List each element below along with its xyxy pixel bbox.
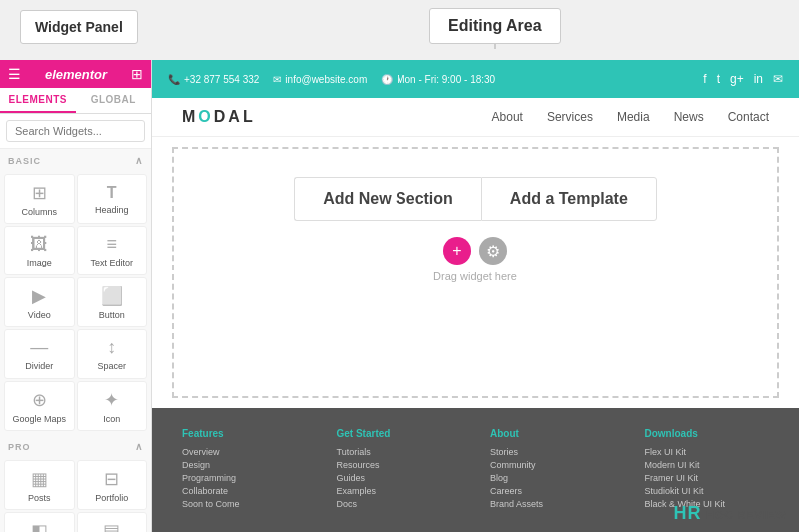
- nav-bar: 📞 +32 877 554 332 ✉ info@website.com 🕐 M…: [152, 60, 799, 98]
- drag-widget-text: Drag widget here: [433, 270, 517, 282]
- form-icon: ▤: [103, 520, 120, 533]
- nav-contact[interactable]: Contact: [728, 110, 769, 124]
- footer-link[interactable]: Design: [182, 460, 307, 470]
- search-input[interactable]: [6, 120, 145, 142]
- footer-link[interactable]: Resources: [337, 460, 461, 470]
- basic-collapse-icon[interactable]: ∧: [135, 155, 143, 166]
- footer-link[interactable]: Modern UI Kit: [645, 460, 770, 470]
- footer-col-about: About Stories Community Blog Careers Bra…: [490, 428, 615, 512]
- nav-about[interactable]: About: [492, 110, 523, 124]
- posts-icon: ▦: [31, 468, 48, 490]
- footer-link[interactable]: Programming: [182, 473, 307, 483]
- footer-about-title: About: [490, 428, 615, 439]
- settings-circle-icon[interactable]: ⚙: [479, 237, 507, 265]
- twitter-icon[interactable]: t: [717, 72, 720, 86]
- slides-icon: ◧: [31, 520, 48, 533]
- instagram-icon[interactable]: in: [754, 72, 763, 86]
- basic-widgets-grid: ⊞ Columns T Heading 🖼 Image ≡ Text Edito…: [0, 170, 151, 435]
- google-maps-icon: ⊕: [32, 389, 47, 411]
- nav-services[interactable]: Services: [547, 110, 593, 124]
- section-buttons: Add New Section Add a Template: [294, 177, 657, 221]
- heading-icon: T: [107, 184, 117, 202]
- heading-widget[interactable]: T Heading: [77, 174, 148, 224]
- footer-features-title: Features: [182, 428, 307, 439]
- clock-icon: 🕐: [381, 74, 393, 85]
- divider-widget[interactable]: — Divider: [4, 329, 75, 379]
- footer-link[interactable]: Flex UI Kit: [645, 447, 770, 457]
- footer-col-features: Features Overview Design Programming Col…: [182, 428, 307, 512]
- footer-link[interactable]: Guides: [337, 473, 461, 483]
- add-new-section-button[interactable]: Add New Section: [294, 177, 481, 221]
- hours-info: 🕐 Mon - Fri: 9:00 - 18:30: [381, 74, 495, 85]
- pro-widgets-grid: ▦ Posts ⊟ Portfolio ◧ Slides ▤ Form: [0, 456, 151, 532]
- watermark-prefix: HR: [673, 503, 701, 523]
- form-widget[interactable]: ▤ Form: [77, 512, 148, 532]
- basic-section-label: BASIC ∧: [0, 149, 151, 170]
- top-labels-bar: Widget Panel Editing Area: [0, 0, 799, 60]
- social-icons: f t g+ in ✉: [703, 72, 783, 86]
- footer-link[interactable]: Collaborate: [182, 486, 307, 496]
- footer-link[interactable]: Blog: [490, 473, 615, 483]
- watermark-suffix: HOC REVIEW: [706, 509, 787, 521]
- tab-elements[interactable]: ELEMENTS: [0, 88, 76, 113]
- footer-link[interactable]: Careers: [490, 486, 615, 496]
- tab-global[interactable]: GLOBAL: [76, 88, 152, 113]
- footer-link[interactable]: Examples: [337, 486, 461, 496]
- footer-downloads-title: Downloads: [645, 428, 770, 439]
- portfolio-widget[interactable]: ⊟ Portfolio: [77, 460, 148, 510]
- widget-panel-label: Widget Panel: [20, 10, 138, 44]
- site-header: MODAL About Services Media News Contact: [152, 98, 799, 137]
- sidebar-header: ☰ elementor ⊞: [0, 60, 151, 88]
- sidebar-tabs: ELEMENTS GLOBAL: [0, 88, 151, 114]
- text-editor-widget[interactable]: ≡ Text Editor: [77, 226, 148, 275]
- nav-left: 📞 +32 877 554 332 ✉ info@website.com 🕐 M…: [168, 74, 495, 85]
- footer-link[interactable]: Framer UI Kit: [645, 473, 770, 483]
- googleplus-icon[interactable]: g+: [730, 72, 744, 86]
- video-icon: ▶: [32, 285, 46, 307]
- button-widget[interactable]: ⬜ Button: [77, 277, 148, 327]
- footer-link[interactable]: Overview: [182, 447, 307, 457]
- main-layout: ☰ elementor ⊞ ELEMENTS GLOBAL BASIC ∧ ⊞ …: [0, 60, 799, 532]
- google-maps-widget[interactable]: ⊕ Google Maps: [4, 381, 75, 431]
- video-widget[interactable]: ▶ Video: [4, 277, 75, 327]
- site-logo: MODAL: [182, 108, 256, 126]
- image-icon: 🖼: [30, 234, 48, 255]
- columns-widget[interactable]: ⊞ Columns: [4, 174, 75, 224]
- footer-link[interactable]: Soon to Come: [182, 499, 307, 509]
- hamburger-icon[interactable]: ☰: [8, 66, 21, 82]
- email-info: ✉ info@website.com: [273, 74, 367, 85]
- phone-info: 📞 +32 877 554 332: [168, 74, 259, 85]
- footer-link[interactable]: Community: [490, 460, 615, 470]
- add-section-icon[interactable]: +: [443, 237, 471, 265]
- add-template-button[interactable]: Add a Template: [481, 177, 657, 221]
- image-widget[interactable]: 🖼 Image: [4, 226, 75, 275]
- text-editor-icon: ≡: [106, 234, 117, 255]
- footer-link[interactable]: Stories: [490, 447, 615, 457]
- spacer-icon: ↕: [107, 337, 116, 358]
- pro-section-label: PRO ∧: [0, 435, 151, 456]
- editing-area-label: Editing Area: [429, 8, 561, 44]
- footer-link[interactable]: Docs: [337, 499, 461, 509]
- icon-widget[interactable]: ✦ Icon: [77, 381, 148, 431]
- divider-icon: —: [30, 337, 48, 358]
- footer-link[interactable]: Tutorials: [337, 447, 461, 457]
- footer-link[interactable]: Studiokit UI Kit: [645, 486, 770, 496]
- footer-link[interactable]: Brand Assets: [490, 499, 615, 509]
- slides-widget[interactable]: ◧ Slides: [4, 512, 75, 532]
- email-icon: ✉: [273, 74, 281, 85]
- posts-widget[interactable]: ▦ Posts: [4, 460, 75, 510]
- editing-section: Add New Section Add a Template + ⚙ Drag …: [172, 147, 779, 398]
- nav-news[interactable]: News: [674, 110, 704, 124]
- website-area: MODAL About Services Media News Contact …: [152, 98, 799, 532]
- grid-icon[interactable]: ⊞: [131, 66, 143, 82]
- facebook-icon[interactable]: f: [703, 72, 706, 86]
- sidebar: ☰ elementor ⊞ ELEMENTS GLOBAL BASIC ∧ ⊞ …: [0, 60, 152, 532]
- nav-media[interactable]: Media: [617, 110, 650, 124]
- spacer-widget[interactable]: ↕ Spacer: [77, 329, 148, 379]
- mail-icon[interactable]: ✉: [773, 72, 783, 86]
- footer-col-get-started: Get Started Tutorials Resources Guides E…: [337, 428, 461, 512]
- site-nav: About Services Media News Contact: [492, 110, 769, 124]
- pro-collapse-icon[interactable]: ∧: [135, 441, 143, 452]
- sidebar-search-container: [0, 114, 151, 149]
- watermark: HR HOC REVIEW: [673, 503, 787, 524]
